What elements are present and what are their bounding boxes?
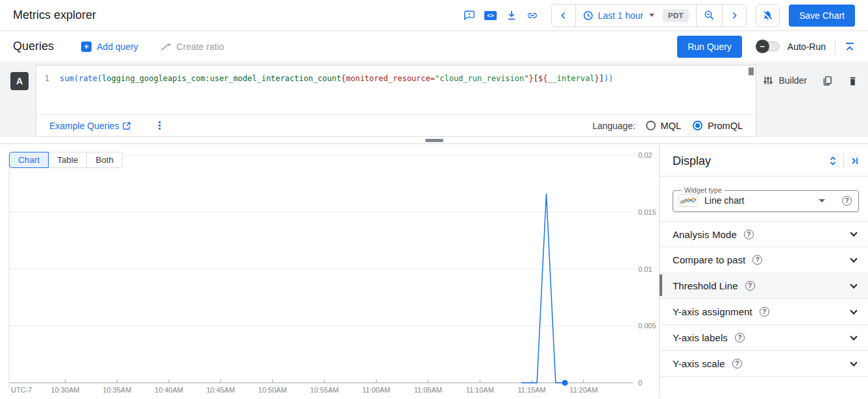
query-editor-card: 1 sum(rate(logging_googleapis_com:user_m… [36,65,756,137]
svg-text:11:20AM: 11:20AM [569,386,597,394]
widget-type-legend: Widget type [682,186,725,194]
tab-chart[interactable]: Chart [9,152,49,168]
feedback-icon[interactable] [464,10,475,21]
tab-table[interactable]: Table [48,152,87,168]
section-y-axis-assignment[interactable]: Y-axis assignment [660,299,868,325]
display-panel: Display Widget type Line chart [659,144,868,398]
section-label: Analysis Mode [673,229,737,240]
svg-text:11:00AM: 11:00AM [362,386,390,394]
help-icon[interactable] [752,255,762,265]
promql-query[interactable]: sum(rate(logging_googleapis_com:user_mod… [60,74,614,114]
svg-text:11:05AM: 11:05AM [414,386,442,394]
external-link-icon [123,122,130,130]
collapse-queries-button[interactable] [845,42,855,52]
divider [835,40,836,54]
svg-text:0.015: 0.015 [638,208,656,216]
section-compare-to-past[interactable]: Compare to past [660,247,868,273]
query-letter-badge: A [10,72,29,90]
save-chart-button[interactable]: Save Chart [789,5,855,27]
dropdown-caret-icon[interactable] [819,199,825,202]
tab-both[interactable]: Both [86,152,123,168]
svg-text:10:40AM: 10:40AM [155,386,183,394]
auto-run-control: Auto-Run [756,42,826,52]
language-radio-mql[interactable]: MQL [646,121,681,131]
svg-text:0.02: 0.02 [638,151,652,159]
chevron-down-icon [850,281,857,288]
auto-refresh-off-icon [762,10,773,21]
query-editor-section: A 1 sum(rate(logging_googleapis_com:user… [0,62,868,137]
svg-text:10:45AM: 10:45AM [206,386,235,394]
add-query-button[interactable]: Add query [81,42,138,52]
section-analysis-mode[interactable]: Analysis Mode [660,221,868,247]
auto-run-toggle[interactable] [756,42,780,51]
create-ratio-icon [160,43,171,50]
zoom-out-button[interactable] [696,5,722,27]
section-label: Y-axis labels [673,332,728,343]
chevron-down-icon [649,14,654,17]
language-option-label: PromQL [708,121,743,131]
help-icon[interactable] [745,281,755,291]
view-tabs: ChartTableBoth [9,152,123,168]
chevron-down-icon [850,229,857,236]
editor-footer: Example Queries Language: MQLPromQL [36,115,756,136]
help-icon[interactable] [732,359,742,369]
time-forward-button[interactable] [722,5,746,27]
collapse-panel-icon[interactable] [850,156,859,165]
section-label: Y-axis assignment [673,306,752,317]
language-radio-promql[interactable]: PromQL [693,121,743,131]
display-sections: Analysis ModeCompare to pastThreshold Li… [660,221,868,377]
section-y-axis-labels[interactable]: Y-axis labels [660,325,868,351]
chart-area: ChartTableBoth 00.0050.010.0150.0210:30A… [0,144,659,398]
plus-icon [81,42,92,52]
run-query-button[interactable]: Run Query [677,36,742,58]
copy-icon [823,76,832,86]
radio-icon [646,121,656,130]
more-options-icon[interactable] [154,121,164,131]
svg-text:0.01: 0.01 [638,265,652,273]
create-ratio-button: Create ratio [160,42,224,52]
line-chart[interactable]: 00.0050.010.0150.0210:30AM10:35AM10:40AM… [0,144,659,398]
widget-type-select[interactable]: Widget type Line chart [673,186,859,212]
resize-handle[interactable] [425,139,443,142]
auto-refresh-off-button[interactable] [756,4,780,27]
download-icon[interactable] [506,10,517,21]
svg-text:UTC-7: UTC-7 [11,386,32,394]
builder-button[interactable]: Builder [763,75,807,86]
create-ratio-label: Create ratio [177,42,224,52]
widget-type-value: Line chart [704,195,744,206]
panel-scrollbar[interactable] [660,274,662,296]
example-queries-label: Example Queries [49,121,119,131]
code-editor[interactable]: 1 sum(rate(logging_googleapis_com:user_m… [36,66,756,115]
svg-text:10:50AM: 10:50AM [258,386,287,394]
svg-text:11:10AM: 11:10AM [466,386,494,394]
clock-icon [583,10,593,21]
copy-link-icon[interactable] [527,10,538,21]
section-label: Threshold Line [673,280,738,291]
embed-code-icon[interactable] [484,11,497,20]
example-queries-link[interactable]: Example Queries [49,121,130,131]
display-panel-title: Display [673,154,711,168]
svg-text:0.005: 0.005 [638,322,656,330]
timezone-badge: PDT [663,9,689,22]
time-range-button[interactable]: Last 1 hour PDT [575,5,696,27]
section-label: Compare to past [673,254,745,265]
help-icon[interactable] [842,196,852,206]
add-query-label: Add query [97,42,138,52]
trash-icon [848,76,858,86]
help-icon[interactable] [760,307,769,317]
queries-toolbar: Queries Add query Create ratio Run Query… [0,31,868,62]
section-label: Y-axis scale [673,358,725,369]
language-label: Language: [592,121,635,131]
help-icon[interactable] [735,333,745,343]
editor-scrollbar[interactable] [749,67,754,75]
expand-all-sections-icon[interactable] [828,156,837,166]
time-range-label: Last 1 hour [598,10,643,21]
help-icon[interactable] [744,230,754,239]
radio-icon [693,121,702,130]
time-back-button[interactable] [552,5,575,27]
divider [843,154,844,168]
copy-query-button[interactable] [823,76,832,86]
delete-query-button[interactable] [848,76,858,86]
section-threshold-line[interactable]: Threshold Line [660,273,868,299]
section-y-axis-scale[interactable]: Y-axis scale [660,351,868,377]
